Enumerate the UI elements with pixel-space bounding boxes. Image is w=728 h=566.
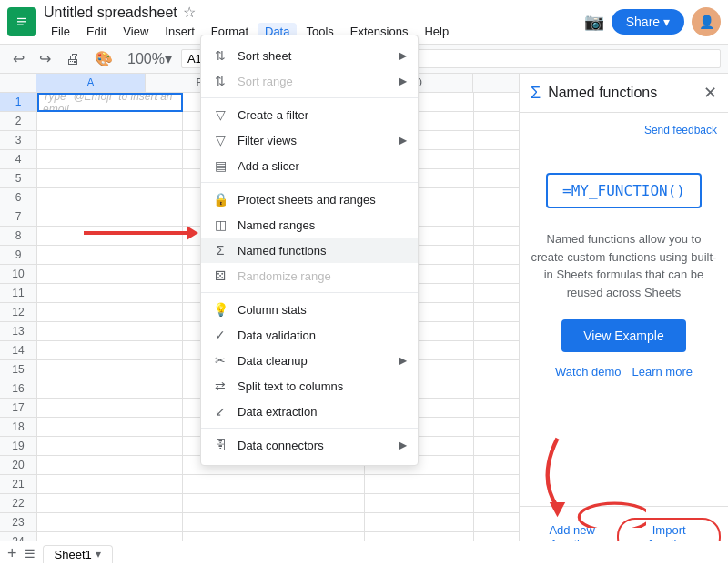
cell-a11[interactable] (37, 284, 183, 303)
grid-row-23 (37, 513, 519, 532)
create-filter-item[interactable]: ▽ Create a filter (201, 102, 418, 127)
cell-a6[interactable] (37, 188, 183, 207)
cell-c21[interactable] (365, 475, 474, 494)
cell-d9[interactable] (474, 246, 519, 265)
cell-d21[interactable] (474, 475, 519, 494)
cell-d14[interactable] (474, 341, 519, 360)
cell-d8[interactable] (474, 227, 519, 246)
cell-a19[interactable] (37, 437, 183, 456)
filter-views-item[interactable]: ▽ Filter views ▶ (201, 127, 418, 153)
add-slicer-item[interactable]: ▤ Add a slicer (201, 153, 418, 178)
cell-a2[interactable] (37, 112, 183, 131)
cell-d1[interactable] (474, 93, 519, 112)
sort-sheet-item[interactable]: ⇅ Sort sheet ▶ (201, 43, 418, 68)
sort-sheet-arrow-icon: ▶ (399, 49, 407, 62)
cell-a14[interactable] (37, 341, 183, 360)
svg-rect-3 (17, 25, 24, 25)
menu-help[interactable]: Help (417, 23, 456, 40)
cell-a5[interactable] (37, 169, 183, 188)
cell-a21[interactable] (37, 475, 183, 494)
cell-c22[interactable] (365, 494, 474, 513)
named-functions-item[interactable]: Σ Named functions (201, 238, 418, 263)
cell-b22[interactable] (183, 494, 365, 513)
cell-a10[interactable] (37, 265, 183, 284)
cell-a12[interactable] (37, 303, 183, 322)
cell-d18[interactable] (474, 418, 519, 437)
redo-button[interactable]: ↪ (34, 46, 56, 71)
cell-d2[interactable] (474, 112, 519, 131)
filter-section: ▽ Create a filter ▽ Filter views ▶ ▤ Add… (201, 98, 418, 183)
cell-d22[interactable] (474, 494, 519, 513)
view-example-button[interactable]: View Example (561, 319, 685, 352)
protect-ranges-item[interactable]: 🔒 Protect sheets and ranges (201, 187, 418, 212)
cell-d15[interactable] (474, 360, 519, 379)
cell-a20[interactable] (37, 456, 183, 475)
cell-d13[interactable] (474, 322, 519, 341)
share-button[interactable]: Share ▾ (612, 9, 684, 35)
star-icon[interactable]: ☆ (183, 4, 196, 21)
cell-d3[interactable] (474, 131, 519, 150)
cell-d12[interactable] (474, 303, 519, 322)
sort-sheet-icon: ⇅ (212, 48, 228, 63)
protect-named-section: 🔒 Protect sheets and ranges ◫ Named rang… (201, 183, 418, 293)
cell-d11[interactable] (474, 284, 519, 303)
sort-range-icon: ⇅ (212, 74, 228, 88)
cell-b21[interactable] (183, 475, 365, 494)
cell-a1[interactable]: Type "@Emoji" to insert an emoji (37, 93, 183, 112)
cell-c23[interactable] (365, 513, 474, 532)
menu-insert[interactable]: Insert (157, 23, 202, 40)
cell-d17[interactable] (474, 399, 519, 418)
row-num-23: 23 (0, 513, 36, 532)
cell-a9[interactable] (37, 246, 183, 265)
cell-d10[interactable] (474, 265, 519, 284)
cell-a16[interactable] (37, 379, 183, 399)
cell-d4[interactable] (474, 150, 519, 169)
data-extraction-item[interactable]: ↙ Data extraction (201, 399, 418, 424)
sheet-tab-sheet1[interactable]: Sheet1 ▾ (43, 545, 113, 563)
undo-button[interactable]: ↩ (7, 46, 30, 71)
learn-more-link[interactable]: Learn more (632, 365, 693, 379)
named-ranges-item[interactable]: ◫ Named ranges (201, 212, 418, 238)
panel-header: Σ Named functions ✕ (520, 74, 728, 113)
cell-d6[interactable] (474, 188, 519, 207)
cell-d20[interactable] (474, 456, 519, 475)
cell-a22[interactable] (37, 494, 183, 513)
paint-format-button[interactable]: 🎨 (89, 46, 118, 71)
close-panel-button[interactable]: ✕ (703, 83, 717, 103)
add-sheet-button[interactable]: + (7, 544, 17, 563)
cell-a18[interactable] (37, 418, 183, 437)
cell-d23[interactable] (474, 513, 519, 532)
cell-a4[interactable] (37, 150, 183, 169)
menu-edit[interactable]: Edit (79, 23, 114, 40)
sheet-tab-arrow[interactable]: ▾ (96, 548, 101, 561)
send-feedback-link[interactable]: Send feedback (644, 124, 717, 136)
row-num-15: 15 (0, 360, 36, 379)
cell-b23[interactable] (183, 513, 365, 532)
sheets-list-icon[interactable]: ☰ (25, 547, 35, 561)
column-stats-item[interactable]: 💡 Column stats (201, 297, 418, 322)
protect-ranges-label: Protect sheets and ranges (238, 193, 407, 207)
user-avatar[interactable]: 👤 (692, 7, 721, 36)
cell-d16[interactable] (474, 379, 519, 399)
watch-demo-link[interactable]: Watch demo (555, 365, 622, 379)
cell-d5[interactable] (474, 169, 519, 188)
data-connectors-item[interactable]: 🗄 Data connectors ▶ (201, 432, 418, 458)
row-num-17: 17 (0, 399, 36, 418)
cell-d7[interactable] (474, 207, 519, 227)
filter-views-icon: ▽ (212, 133, 228, 147)
cell-a15[interactable] (37, 360, 183, 379)
menu-view[interactable]: View (116, 23, 156, 40)
cell-a3[interactable] (37, 131, 183, 150)
menu-file[interactable]: File (44, 23, 77, 40)
spreadsheet-title[interactable]: Untitled spreadsheet (44, 5, 177, 21)
print-button[interactable]: 🖨 (60, 47, 86, 71)
data-validation-item[interactable]: ✓ Data validation (201, 322, 418, 348)
cell-a23[interactable] (37, 513, 183, 532)
cell-d19[interactable] (474, 437, 519, 456)
zoom-button[interactable]: 100%▾ (122, 46, 177, 71)
cell-a13[interactable] (37, 322, 183, 341)
cell-a17[interactable] (37, 399, 183, 418)
data-cleanup-item[interactable]: ✂ Data cleanup ▶ (201, 348, 418, 373)
meet-icon[interactable]: 📷 (584, 12, 604, 32)
split-text-item[interactable]: ⇄ Split text to columns (201, 373, 418, 399)
